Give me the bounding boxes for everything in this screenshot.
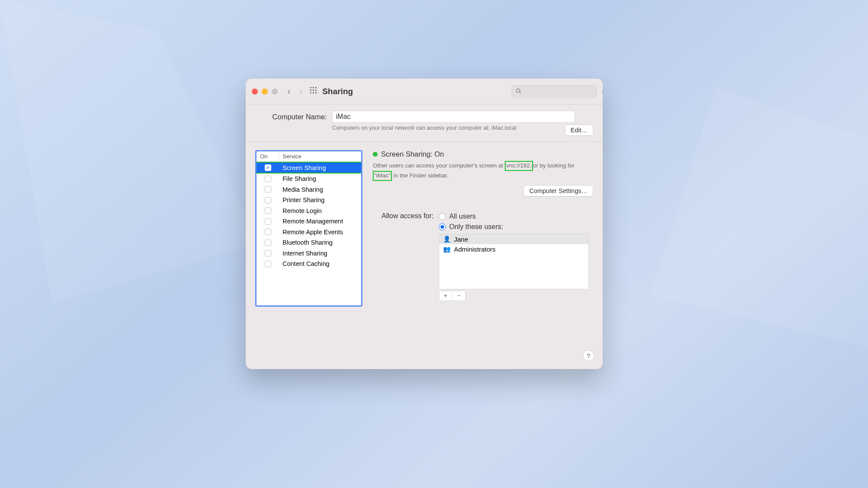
group-icon: 👥 <box>443 246 450 252</box>
user-row[interactable]: 👤Jane <box>439 234 589 244</box>
vnc-address-highlight: vnc://192. <box>505 161 533 171</box>
search-input[interactable] <box>524 88 600 95</box>
service-row-bluetooth-sharing[interactable]: Bluetooth Sharing <box>256 237 361 248</box>
service-label: Remote Management <box>279 218 361 225</box>
service-row-remote-login[interactable]: Remote Login <box>256 206 361 216</box>
svg-line-10 <box>519 92 521 93</box>
service-checkbox[interactable] <box>265 229 271 235</box>
user-name: Administrators <box>454 246 496 253</box>
service-checkbox[interactable] <box>265 218 271 225</box>
svg-point-9 <box>516 88 520 92</box>
svg-point-5 <box>315 89 316 91</box>
svg-point-8 <box>315 92 316 93</box>
services-header: On Service <box>256 151 361 162</box>
svg-point-4 <box>312 89 314 91</box>
service-row-remote-apple-events[interactable]: Remote Apple Events <box>256 227 361 238</box>
grid-icon[interactable] <box>309 86 317 96</box>
clear-search-icon[interactable]: ✕ <box>602 88 603 95</box>
service-checkbox[interactable]: ✓ <box>265 164 271 171</box>
svg-point-6 <box>310 92 311 93</box>
remove-user-button[interactable]: － <box>452 291 465 301</box>
radio-all-users[interactable]: All users <box>439 211 593 222</box>
computer-name-section: Computer Name: Computers on your local n… <box>246 105 603 142</box>
back-button[interactable]: ‹ <box>287 87 290 96</box>
zoom-icon <box>272 88 278 95</box>
close-icon[interactable] <box>252 88 258 95</box>
add-user-button[interactable]: ＋ <box>439 291 452 301</box>
user-name: Jane <box>454 236 468 243</box>
sharing-window: ‹ › Sharing ✕ Computer Name: Computers o… <box>246 79 603 369</box>
service-label: Printer Sharing <box>279 197 361 203</box>
service-row-screen-sharing[interactable]: ✓Screen Sharing <box>256 162 361 174</box>
service-label: Bluetooth Sharing <box>279 239 361 246</box>
service-detail: Screen Sharing: On Other users can acces… <box>373 150 593 301</box>
radio-only-users-label: Only these users: <box>449 223 503 231</box>
forward-button: › <box>299 87 302 96</box>
service-label: Remote Login <box>279 207 361 214</box>
edit-button[interactable]: Edit… <box>565 124 594 136</box>
service-checkbox[interactable] <box>265 176 271 182</box>
allow-access-label: Allow access for: <box>373 211 434 301</box>
status-title: Screen Sharing: On <box>381 150 444 158</box>
svg-point-7 <box>312 92 314 93</box>
computer-name-input[interactable] <box>332 111 575 123</box>
service-row-remote-management[interactable]: Remote Management <box>256 216 361 227</box>
search-field[interactable]: ✕ <box>512 85 597 98</box>
service-label: Remote Apple Events <box>279 229 361 236</box>
service-checkbox[interactable] <box>265 239 271 246</box>
service-label: Content Caching <box>279 260 361 267</box>
window-title: Sharing <box>322 87 512 96</box>
services-header-service: Service <box>279 151 361 161</box>
user-row[interactable]: 👥Administrators <box>439 244 589 254</box>
service-label: File Sharing <box>279 175 361 182</box>
nav-buttons: ‹ › <box>287 87 302 96</box>
services-list[interactable]: On Service ✓Screen SharingFile SharingMe… <box>255 150 362 307</box>
traffic-lights <box>252 88 278 95</box>
status-indicator-icon <box>373 152 378 157</box>
search-icon <box>516 88 521 95</box>
status-description: Other users can access your computer's s… <box>373 161 593 181</box>
service-row-file-sharing[interactable]: File Sharing <box>256 174 361 184</box>
service-row-content-caching[interactable]: Content Caching <box>256 259 361 269</box>
service-checkbox[interactable] <box>265 197 271 203</box>
svg-point-1 <box>312 87 314 88</box>
hostname-highlight: "iMac" <box>373 171 392 181</box>
computer-name-subtext: Computers on your local network can acce… <box>332 124 516 132</box>
service-label: Screen Sharing <box>279 164 361 171</box>
radio-all-users-label: All users <box>449 213 476 220</box>
person-icon: 👤 <box>443 236 450 242</box>
service-checkbox[interactable] <box>265 207 271 214</box>
add-remove-buttons: ＋ － <box>439 291 466 301</box>
service-checkbox[interactable] <box>265 261 271 267</box>
service-row-media-sharing[interactable]: Media Sharing <box>256 184 361 195</box>
allowed-users-list[interactable]: 👤Jane👥Administrators <box>439 234 589 289</box>
svg-point-0 <box>310 87 311 88</box>
service-label: Internet Sharing <box>279 250 361 257</box>
svg-point-2 <box>315 87 316 88</box>
services-header-on: On <box>256 151 279 161</box>
service-label: Media Sharing <box>279 186 361 193</box>
radio-only-users[interactable]: Only these users: <box>439 222 593 232</box>
service-row-printer-sharing[interactable]: Printer Sharing <box>256 195 361 206</box>
minimize-icon[interactable] <box>262 88 268 95</box>
service-checkbox[interactable] <box>265 186 271 193</box>
service-checkbox[interactable] <box>265 250 271 256</box>
titlebar: ‹ › Sharing ✕ <box>246 79 603 105</box>
computer-settings-button[interactable]: Computer Settings… <box>523 185 593 197</box>
help-button[interactable]: ? <box>583 350 594 361</box>
radio-icon <box>439 223 446 230</box>
svg-point-3 <box>310 89 311 91</box>
computer-name-label: Computer Name: <box>255 113 327 121</box>
service-row-internet-sharing[interactable]: Internet Sharing <box>256 248 361 259</box>
radio-icon <box>439 213 446 220</box>
